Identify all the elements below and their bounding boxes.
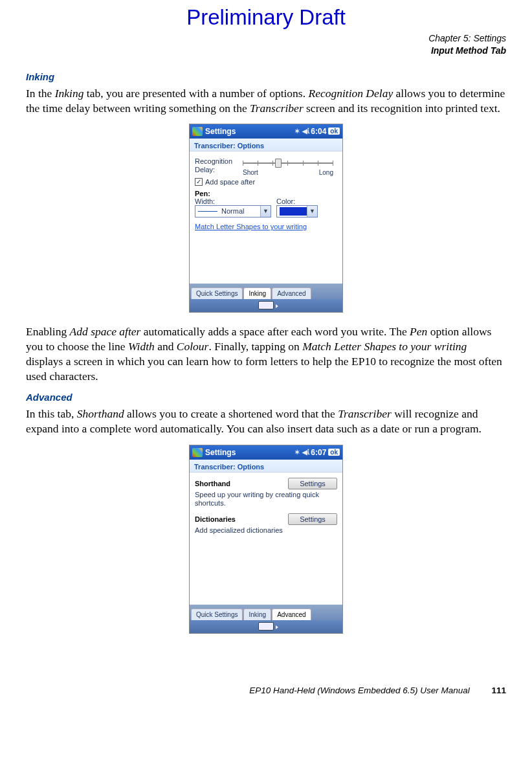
advanced-paragraph: In this tab, Shorthand allows you to cre… <box>26 407 506 436</box>
keyboard-icon <box>258 622 274 631</box>
manual-title: EP10 Hand-Held (Windows Embedded 6.5) Us… <box>249 686 470 695</box>
clock-time: 6:04 <box>311 127 326 136</box>
tab-advanced[interactable]: Advanced <box>272 609 311 620</box>
windows-flag-icon <box>192 127 203 136</box>
tab-bar: Quick Settings Inking Advanced <box>190 284 342 299</box>
keyboard-icon <box>258 301 274 309</box>
width-label: Width: <box>195 197 271 205</box>
titlebar-label: Settings <box>205 127 236 136</box>
advanced-heading: Advanced <box>26 392 506 403</box>
connectivity-icon: ✶ <box>294 128 300 135</box>
shorthand-description: Speed up your writing by creating quick … <box>195 491 337 509</box>
dictionaries-label: Dictionaries <box>195 515 236 523</box>
tab-advanced[interactable]: Advanced <box>272 287 311 299</box>
screenshot-inking: Settings ✶ ◀ἰ 6:04 ok Transcriber: Optio… <box>189 124 343 313</box>
chevron-down-icon: ▼ <box>260 206 271 217</box>
recognition-delay-label: Recognition Delay: <box>195 157 239 173</box>
add-space-checkbox[interactable]: ✓ Add space after <box>195 178 337 186</box>
pen-heading: Pen: <box>195 190 337 197</box>
chapter-line: Chapter 5: Settings <box>26 32 506 45</box>
windows-flag-icon <box>192 448 203 457</box>
add-space-label: Add space after <box>205 178 255 186</box>
connectivity-icon: ✶ <box>294 449 300 456</box>
inking-heading: Inking <box>26 71 506 82</box>
titlebar-label: Settings <box>205 448 236 457</box>
titlebar: Settings ✶ ◀ἰ 6:04 ok <box>190 124 342 139</box>
volume-icon: ◀ἰ <box>302 449 309 456</box>
page-number: 111 <box>491 686 506 695</box>
page-footer: EP10 Hand-Held (Windows Embedded 6.5) Us… <box>26 686 506 695</box>
tab-inking[interactable]: Inking <box>243 609 271 620</box>
inking-paragraph-2: Enabling Add space after automatically a… <box>26 324 506 384</box>
dictionaries-description: Add specialized dictionaries <box>195 526 337 535</box>
screen-subtitle: Transcriber: Options <box>190 139 342 151</box>
tab-bar: Quick Settings Inking Advanced <box>190 605 342 620</box>
pen-width-value: Normal <box>221 207 244 215</box>
inking-paragraph-1: In the Inking tab, you are presented wit… <box>26 86 506 116</box>
chapter-section: Input Method Tab <box>26 45 506 57</box>
recognition-delay-slider[interactable] <box>239 157 337 170</box>
pen-width-dropdown[interactable]: Normal ▼ <box>195 205 271 218</box>
checkbox-checked-icon: ✓ <box>195 178 203 186</box>
tab-inking[interactable]: Inking <box>243 287 271 299</box>
screen-subtitle: Transcriber: Options <box>190 460 342 473</box>
clock-time: 6:07 <box>311 448 326 457</box>
tab-quick-settings[interactable]: Quick Settings <box>191 287 243 299</box>
ok-button[interactable]: ok <box>328 128 340 135</box>
shorthand-settings-button[interactable]: Settings <box>288 478 337 489</box>
sip-bar[interactable] <box>190 299 342 312</box>
sip-bar[interactable] <box>190 620 342 633</box>
match-letter-shapes-link[interactable]: Match Letter Shapes to your writing <box>195 223 307 230</box>
preliminary-draft-title: Preliminary Draft <box>26 5 506 30</box>
pen-color-dropdown[interactable]: ▼ <box>276 205 318 218</box>
pen-width-preview-icon <box>198 211 217 212</box>
titlebar: Settings ✶ ◀ἰ 6:07 ok <box>190 445 342 460</box>
chapter-header: Chapter 5: Settings Input Method Tab <box>26 32 506 57</box>
dictionaries-settings-button[interactable]: Settings <box>288 513 337 525</box>
color-label: Color: <box>276 197 318 205</box>
chevron-down-icon: ▼ <box>307 206 317 217</box>
volume-icon: ◀ἰ <box>302 128 309 135</box>
shorthand-label: Shorthand <box>195 480 230 487</box>
ok-button[interactable]: ok <box>328 449 340 456</box>
screenshot-advanced: Settings ✶ ◀ἰ 6:07 ok Transcriber: Optio… <box>189 445 343 634</box>
tab-quick-settings[interactable]: Quick Settings <box>191 609 243 620</box>
